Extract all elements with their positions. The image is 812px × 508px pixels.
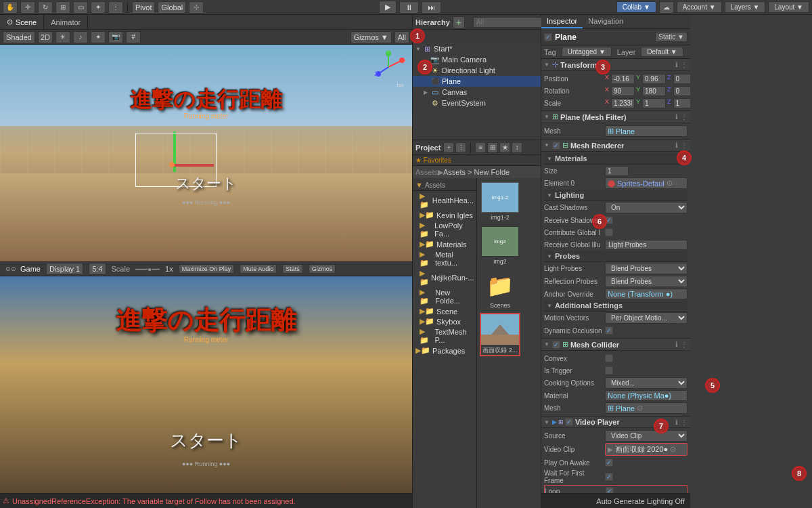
tab-scene[interactable]: ⊙ Scene [0,15,44,29]
pivot-dropdown[interactable]: Pivot [132,1,155,14]
2d-toggle[interactable]: 2D [38,31,53,43]
layout-button[interactable]: Layout ▼ [768,1,809,13]
dynamic-occlusion-checkbox[interactable] [605,326,613,335]
hierarchy-item-eventsystem[interactable]: ⚙ EventSystem [413,98,541,108]
project-view-btn1[interactable]: ≡ [475,142,486,153]
mesh-renderer-header[interactable]: ▼ ⊟ Mesh Renderer ℹ ⋮ [541,140,690,152]
hierarchy-add-btn[interactable]: + [453,16,465,28]
rotate-tool[interactable]: ↻ [38,1,53,14]
shaded-dropdown[interactable]: Shaded [3,31,35,43]
hierarchy-item-plane[interactable]: ⬛ Plane [413,76,541,87]
scale-tool[interactable]: ⊞ [55,1,70,14]
scale-z-input[interactable] [673,98,690,108]
all-dropdown[interactable]: All [394,31,409,43]
cloud-icon[interactable]: ☁ [659,1,674,14]
grid-toggle[interactable]: # [126,31,141,43]
probes-section[interactable]: ▼ Probes [544,251,687,262]
static-dropdown[interactable]: Static ▼ [655,32,687,42]
stats-btn[interactable]: Stats [282,264,303,274]
display-dropdown[interactable]: Display 1 [46,263,83,275]
additional-section[interactable]: ▼ Additional Settings [544,300,687,312]
gizmos-game-btn[interactable]: Gizmos [309,264,336,274]
project-view-btn4[interactable]: ↕ [512,142,522,153]
layer-dropdown[interactable]: Default ▼ [641,47,683,57]
play-button[interactable]: ▶ [379,1,397,14]
global-dropdown[interactable]: Global [158,1,186,14]
vp-menu-icon[interactable]: ⋮ [681,419,687,426]
position-y-input[interactable] [642,74,666,84]
mf-menu-icon[interactable]: ⋮ [681,113,687,121]
rotation-z-input[interactable] [673,86,690,96]
convex-checkbox[interactable] [605,354,613,362]
tab-game[interactable]: ⊙⊙ Game [5,265,41,273]
scale-slider-container[interactable]: ━━━●━━ [135,266,160,273]
transform-tool[interactable]: ✦ [91,1,106,14]
folder-kevin[interactable]: ▶📁 Kevin Igles [413,210,476,220]
scale-x-input[interactable] [611,98,635,108]
mf-info-icon[interactable]: ℹ [675,113,678,121]
asset-img1-2[interactable]: img1-2 img1-2 [480,181,520,222]
mc-material-ref[interactable]: None (Physic Ma●) [605,390,687,401]
mc-mesh-ref[interactable]: ⊞ Plane ⊙ [605,402,687,414]
receive-gi-value[interactable]: Light Probes [605,240,687,250]
main-toolbar[interactable]: ✋ ✛ ↻ ⊞ ▭ ✦ ⋮ Pivot Global ⊹ ▶ ⏸ ⏭ Colla… [0,0,812,15]
cast-shadows-dropdown[interactable]: On [605,202,687,213]
project-add-btn[interactable]: + [443,142,454,153]
scene-viewport[interactable]: 進撃の走行距離 Running meter スタート ●●● Running ●… [0,45,412,261]
project-view-btn3[interactable]: ★ [499,142,510,153]
is-trigger-checkbox[interactable] [605,366,613,375]
mc-enabled[interactable] [552,341,560,349]
video-clip-target[interactable]: ⊙ [670,445,676,454]
play-on-awake-checkbox[interactable] [605,459,613,467]
light-probes-dropdown[interactable]: Blend Probes [605,263,687,274]
folder-newfolde[interactable]: ▶📁 New Folde... [413,287,476,306]
custom-tool[interactable]: ⋮ [108,1,123,14]
audio-toggle[interactable]: ♪ [73,31,88,43]
folder-lowpoly[interactable]: ▶📁 LowPoly Fa... [413,220,476,239]
hierarchy-item-main-camera[interactable]: 📷 Main Camera [413,54,541,65]
materials-section[interactable]: ▼ Materials [544,153,687,165]
extra-tool[interactable]: ⊹ [189,1,204,14]
asset-scenes[interactable]: 📁 Scenes [480,269,520,310]
folder-nejiko[interactable]: ▶📁 NejikoRun-... [413,268,476,287]
obj-enabled-checkbox[interactable] [544,33,552,41]
tag-dropdown[interactable]: Untagged ▼ [562,47,612,57]
reflection-probes-dropdown[interactable]: Blend Probes [605,276,687,287]
project-more-btn[interactable]: ⋮ [455,142,466,153]
folder-materials[interactable]: ▶📁 Materials [413,239,476,249]
hierarchy-item-start[interactable]: ▼ ⊞ Start* [413,43,541,54]
aspect-dropdown[interactable]: 5:4 [89,263,106,275]
game-viewport[interactable]: 進撃の走行距離 Running meter スタート ●●● Running ●… [0,276,412,493]
assets-root[interactable]: ▼ Assets [413,179,476,191]
move-tool[interactable]: ✛ [20,1,35,14]
folder-scene[interactable]: ▶📁 Scene [413,306,476,316]
folder-textmesh[interactable]: ▶📁 TextMesh P... [413,326,476,345]
gizmos-dropdown[interactable]: Gizmos ▼ [351,31,392,43]
cooking-options-dropdown[interactable]: Mixed... [605,377,687,389]
folder-metal[interactable]: ▶📁 Metal textu... [413,249,476,268]
mc-info-icon[interactable]: ℹ [675,341,678,348]
wait-first-frame-checkbox[interactable] [605,473,613,481]
video-clip-ref[interactable]: ▶ 画面収録 2020● ⊙ [605,443,687,456]
account-button[interactable]: Account ▼ [677,1,722,13]
hierarchy-item-canvas[interactable]: ▶ ▭ Canvas [413,87,541,98]
asset-video[interactable]: 画面収録 2... [480,313,520,356]
vp-enabled[interactable] [565,418,573,426]
hand-tool[interactable]: ✋ [3,1,18,14]
mr-enabled[interactable] [552,142,560,150]
position-x-input[interactable] [611,74,635,84]
rotation-y-input[interactable] [642,86,666,96]
lighting-section[interactable]: ▼ Lighting [544,190,687,201]
materials-size-input[interactable] [605,166,629,176]
step-button[interactable]: ⏭ [422,1,441,14]
project-view-btn2[interactable]: ⊞ [487,142,498,153]
vp-info-icon[interactable]: ℹ [675,419,678,426]
navigation-tab[interactable]: Navigation [583,15,629,28]
xyz-gizmo[interactable]: x y z [371,50,405,84]
folder-packages[interactable]: ▶📁 Packages [413,345,476,356]
transform-info-icon[interactable]: ℹ [675,61,678,68]
asset-img2[interactable]: img2 img2 [480,225,520,266]
anchor-override-ref[interactable]: None (Transform ●) [605,289,687,299]
inspector-tab[interactable]: Inspector [541,15,583,28]
scale-y-input[interactable] [642,98,666,108]
